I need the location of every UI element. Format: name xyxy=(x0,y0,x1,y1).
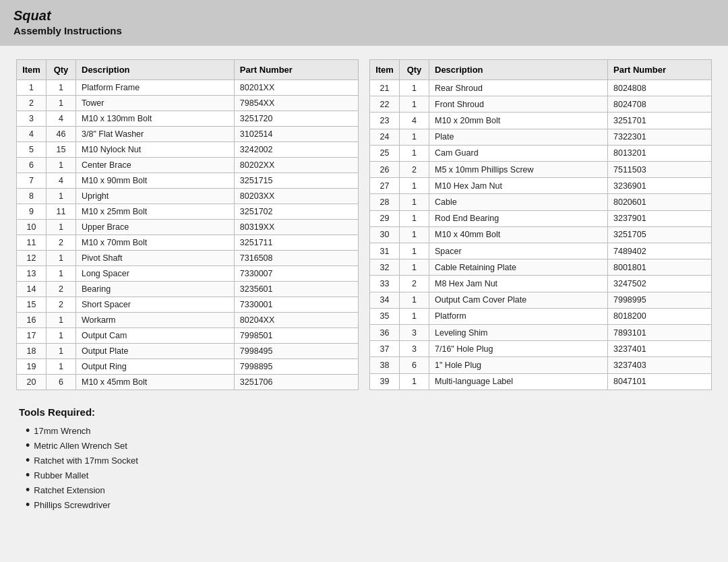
cell-qty: 1 xyxy=(47,158,76,173)
cell-part: 7893101 xyxy=(608,325,712,341)
tool-item: 17mm Wrench xyxy=(26,425,709,437)
tool-item: Ratchet with 17mm Socket xyxy=(26,454,709,466)
cell-part: 80319XX xyxy=(234,220,358,235)
cell-part: 3236901 xyxy=(608,178,712,194)
cell-description: M10 x 70mm Bolt xyxy=(76,235,235,251)
cell-item: 26 xyxy=(370,162,400,178)
cell-qty: 1 xyxy=(47,266,76,282)
cell-item: 22 xyxy=(370,96,400,113)
table-row: 36 3 Leveling Shim 7893101 xyxy=(370,325,712,341)
header: Squat Assembly Instructions xyxy=(0,0,728,46)
cell-description: Multi-language Label xyxy=(429,373,608,389)
cell-description: Plate xyxy=(429,129,608,145)
cell-part: 3251711 xyxy=(234,235,358,251)
table-row: 18 1 Output Plate 7998495 xyxy=(17,344,359,359)
cell-item: 33 xyxy=(370,276,400,292)
table-row: 1 1 Platform Frame 80201XX xyxy=(17,80,359,96)
cell-item: 17 xyxy=(17,328,47,344)
cell-item: 8 xyxy=(17,189,47,204)
cell-description: M10 x 45mm Bolt xyxy=(76,375,235,390)
cell-part: 7330007 xyxy=(234,266,358,282)
cell-description: Workarm xyxy=(76,313,235,328)
cell-part: 3242002 xyxy=(234,142,358,158)
table-row: 39 1 Multi-language Label 8047101 xyxy=(370,373,712,389)
cell-qty: 1 xyxy=(400,373,429,389)
cell-qty: 15 xyxy=(47,142,76,158)
cell-qty: 1 xyxy=(47,251,76,266)
cell-item: 36 xyxy=(370,325,400,341)
table-row: 22 1 Front Shroud 8024708 xyxy=(370,96,712,113)
cell-part: 7998501 xyxy=(234,328,358,344)
cell-qty: 1 xyxy=(400,145,429,161)
table-row: 28 1 Cable 8020601 xyxy=(370,194,712,210)
cell-qty: 1 xyxy=(47,359,76,375)
table-row: 8 1 Upright 80203XX xyxy=(17,189,359,204)
cell-qty: 3 xyxy=(400,341,429,357)
table-row: 34 1 Output Cam Cover Plate 7998995 xyxy=(370,292,712,308)
tool-item: Ratchet Extension xyxy=(26,484,709,496)
cell-part: 8047101 xyxy=(608,373,712,389)
cell-description: Spacer xyxy=(429,243,608,259)
cell-description: M10 x 25mm Bolt xyxy=(76,204,235,220)
cell-qty: 1 xyxy=(400,129,429,145)
cell-part: 3235601 xyxy=(234,282,358,297)
table-row: 14 2 Bearing 3235601 xyxy=(17,282,359,297)
table-row: 2 1 Tower 79854XX xyxy=(17,96,359,111)
cell-description: Upper Brace xyxy=(76,220,235,235)
cell-description: M10 Hex Jam Nut xyxy=(429,178,608,194)
cell-description: Pivot Shaft xyxy=(76,251,235,266)
cell-part: 3251705 xyxy=(608,226,712,243)
table-row: 30 1 M10 x 40mm Bolt 3251705 xyxy=(370,226,712,243)
cell-qty: 1 xyxy=(400,292,429,308)
cell-qty: 2 xyxy=(47,297,76,313)
cell-description: Bearing xyxy=(76,282,235,297)
table-row: 24 1 Plate 7322301 xyxy=(370,129,712,145)
table-row: 32 1 Cable Retaining Plate 8001801 xyxy=(370,259,712,276)
table-row: 7 4 M10 x 90mm Bolt 3251715 xyxy=(17,173,359,189)
cell-qty: 1 xyxy=(47,220,76,235)
cell-part: 8024808 xyxy=(608,80,712,96)
cell-part: 80201XX xyxy=(234,80,358,96)
cell-item: 18 xyxy=(17,344,47,359)
cell-part: 8020601 xyxy=(608,194,712,210)
cell-description: Leveling Shim xyxy=(429,325,608,341)
cell-qty: 1 xyxy=(47,313,76,328)
cell-description: Output Cam Cover Plate xyxy=(429,292,608,308)
cell-description: Front Shroud xyxy=(429,96,608,113)
cell-item: 38 xyxy=(370,357,400,373)
col-header-desc-left: Description xyxy=(76,60,235,80)
cell-part: 79854XX xyxy=(234,96,358,111)
cell-qty: 11 xyxy=(47,204,76,220)
cell-qty: 1 xyxy=(400,210,429,226)
cell-item: 1 xyxy=(17,80,47,96)
cell-part: 3237403 xyxy=(608,357,712,373)
cell-qty: 2 xyxy=(47,282,76,297)
tools-title: Tools Required: xyxy=(19,406,709,418)
col-header-desc-right: Description xyxy=(429,60,608,80)
cell-qty: 3 xyxy=(400,325,429,341)
table-row: 15 2 Short Spacer 7330001 xyxy=(17,297,359,313)
cell-item: 31 xyxy=(370,243,400,259)
col-header-qty-right: Qty xyxy=(400,60,429,80)
parts-table-right: Item Qty Description Part Number 21 1 Re… xyxy=(369,59,712,390)
cell-item: 32 xyxy=(370,259,400,276)
cell-item: 24 xyxy=(370,129,400,145)
cell-description: Cable xyxy=(429,194,608,210)
cell-description: Cable Retaining Plate xyxy=(429,259,608,276)
cell-item: 37 xyxy=(370,341,400,357)
cell-item: 35 xyxy=(370,308,400,324)
table-row: 9 11 M10 x 25mm Bolt 3251702 xyxy=(17,204,359,220)
cell-part: 7511503 xyxy=(608,162,712,178)
cell-part: 80202XX xyxy=(234,158,358,173)
cell-qty: 1 xyxy=(47,80,76,96)
cell-part: 3237401 xyxy=(608,341,712,357)
cell-item: 7 xyxy=(17,173,47,189)
cell-part: 3251720 xyxy=(234,111,358,127)
cell-item: 10 xyxy=(17,220,47,235)
cell-item: 13 xyxy=(17,266,47,282)
cell-item: 9 xyxy=(17,204,47,220)
col-header-item-right: Item xyxy=(370,60,400,80)
cell-item: 20 xyxy=(17,375,47,390)
cell-part: 3237901 xyxy=(608,210,712,226)
cell-item: 4 xyxy=(17,127,47,142)
